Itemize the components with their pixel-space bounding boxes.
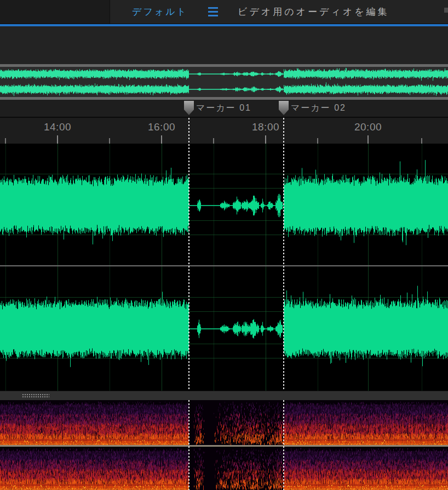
ruler-major-tick [161,135,162,144]
ruler-major-tick [57,135,58,144]
marker-label-01[interactable]: マーカー 01 [196,102,251,114]
workspace-menu-icon[interactable] [208,7,218,17]
time-label: 20:00 [352,121,384,133]
empty-panel [0,26,448,64]
ruler-major-tick [367,135,369,144]
workspace-bar-left-panel [0,0,110,24]
marker-flag-02[interactable] [279,101,289,115]
hamburger-bar [208,15,218,16]
ruler-minor-tick [213,138,214,144]
workspace-tab-edit-audio-for-video[interactable]: ビデオ用のオーディオを編集 [238,0,389,24]
marker-label-02[interactable]: マーカー 02 [291,102,346,114]
ruler-minor-tick [109,138,110,144]
hamburger-bar [208,7,218,9]
hamburger-bar [208,11,218,13]
overview-waveform-canvas[interactable] [0,67,448,97]
time-label: 14:00 [41,121,74,133]
waveform-editor-canvas[interactable] [0,144,448,391]
marker-bar[interactable]: マーカー 01 マーカー 02 [0,100,448,117]
ruler-minor-tick [317,138,318,144]
spectrogram-canvas[interactable] [0,400,448,490]
overview-strip [0,64,448,100]
time-label: 18:00 [249,121,282,133]
ruler-minor-tick [5,138,6,144]
clipped-workspace-tab [444,8,448,13]
marker-flag-01[interactable] [184,101,194,115]
workspace-tab-default[interactable]: デフォルト [132,0,188,24]
audio-editor-window: デフォルト ビデオ用のオーディオを編集 マーカー 01 マーカー 02 14:0… [0,0,448,490]
workspace-bar: デフォルト ビデオ用のオーディオを編集 [0,0,448,24]
time-label: 16:00 [145,121,178,133]
ruler-minor-tick [421,138,422,144]
panel-splitter[interactable] [0,391,448,400]
timeline-ruler[interactable]: 14:00 16:00 18:00 20:00 [0,118,448,144]
ruler-major-tick [265,135,266,144]
splitter-grip-handle[interactable] [22,394,49,398]
